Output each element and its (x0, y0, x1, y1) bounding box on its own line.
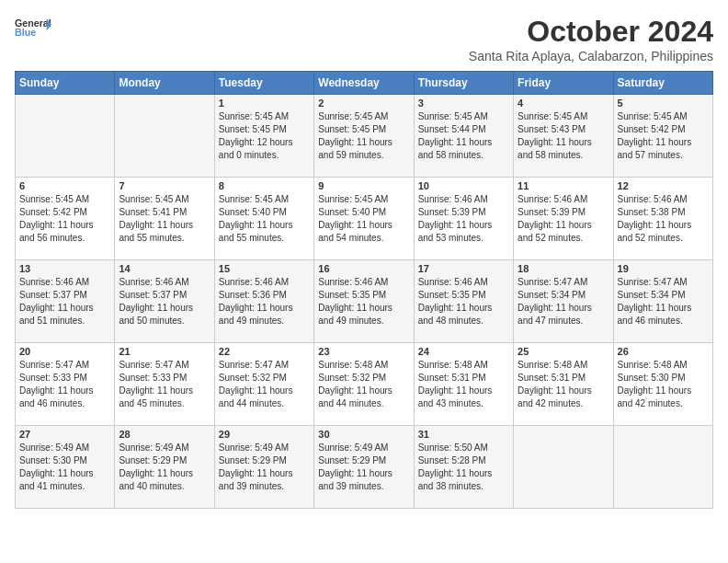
calendar-cell: 6Sunrise: 5:45 AM Sunset: 5:42 PM Daylig… (16, 178, 115, 260)
col-header-thursday: Thursday (414, 72, 513, 95)
day-number: 22 (219, 346, 310, 357)
col-header-friday: Friday (514, 72, 613, 95)
calendar-cell (16, 95, 115, 178)
day-number: 20 (19, 346, 110, 357)
day-info: Sunrise: 5:49 AM Sunset: 5:29 PM Dayligh… (318, 442, 409, 493)
day-info: Sunrise: 5:46 AM Sunset: 5:39 PM Dayligh… (418, 193, 509, 245)
calendar-cell: 17Sunrise: 5:46 AM Sunset: 5:35 PM Dayli… (414, 260, 513, 343)
calendar-table: SundayMondayTuesdayWednesdayThursdayFrid… (15, 71, 713, 509)
calendar-cell: 9Sunrise: 5:45 AM Sunset: 5:40 PM Daylig… (314, 178, 414, 260)
svg-text:Blue: Blue (15, 27, 36, 38)
col-header-saturday: Saturday (613, 72, 712, 95)
day-info: Sunrise: 5:49 AM Sunset: 5:30 PM Dayligh… (19, 442, 110, 493)
day-number: 30 (318, 429, 409, 440)
day-info: Sunrise: 5:45 AM Sunset: 5:45 PM Dayligh… (219, 110, 310, 162)
month-title: October 2024 (469, 15, 713, 49)
calendar-cell: 11Sunrise: 5:46 AM Sunset: 5:39 PM Dayli… (514, 178, 613, 260)
day-number: 6 (19, 180, 110, 191)
day-number: 9 (318, 180, 409, 191)
calendar-cell: 14Sunrise: 5:46 AM Sunset: 5:37 PM Dayli… (115, 260, 214, 343)
day-info: Sunrise: 5:48 AM Sunset: 5:32 PM Dayligh… (318, 359, 409, 410)
day-number: 10 (418, 180, 509, 191)
calendar-cell: 25Sunrise: 5:48 AM Sunset: 5:31 PM Dayli… (514, 343, 613, 426)
day-info: Sunrise: 5:47 AM Sunset: 5:34 PM Dayligh… (618, 276, 709, 327)
day-info: Sunrise: 5:45 AM Sunset: 5:45 PM Dayligh… (318, 110, 409, 162)
day-info: Sunrise: 5:45 AM Sunset: 5:42 PM Dayligh… (618, 110, 709, 162)
day-number: 24 (418, 346, 509, 357)
col-header-monday: Monday (115, 72, 214, 95)
day-info: Sunrise: 5:45 AM Sunset: 5:41 PM Dayligh… (119, 193, 210, 245)
calendar-cell: 30Sunrise: 5:49 AM Sunset: 5:29 PM Dayli… (314, 426, 414, 509)
day-info: Sunrise: 5:48 AM Sunset: 5:31 PM Dayligh… (518, 359, 609, 410)
calendar-week-row: 1Sunrise: 5:45 AM Sunset: 5:45 PM Daylig… (16, 95, 713, 178)
day-info: Sunrise: 5:45 AM Sunset: 5:40 PM Dayligh… (219, 193, 310, 245)
calendar-cell: 29Sunrise: 5:49 AM Sunset: 5:29 PM Dayli… (214, 426, 313, 509)
day-number: 1 (219, 98, 310, 109)
day-info: Sunrise: 5:45 AM Sunset: 5:42 PM Dayligh… (19, 193, 110, 245)
calendar-cell: 24Sunrise: 5:48 AM Sunset: 5:31 PM Dayli… (414, 343, 513, 426)
col-header-wednesday: Wednesday (314, 72, 414, 95)
day-number: 15 (219, 263, 310, 274)
day-info: Sunrise: 5:46 AM Sunset: 5:37 PM Dayligh… (119, 276, 210, 327)
day-info: Sunrise: 5:47 AM Sunset: 5:34 PM Dayligh… (518, 276, 609, 327)
calendar-cell: 2Sunrise: 5:45 AM Sunset: 5:45 PM Daylig… (314, 95, 414, 178)
day-info: Sunrise: 5:46 AM Sunset: 5:35 PM Dayligh… (418, 276, 509, 327)
calendar-cell: 16Sunrise: 5:46 AM Sunset: 5:35 PM Dayli… (314, 260, 414, 343)
day-number: 26 (618, 346, 709, 357)
day-info: Sunrise: 5:48 AM Sunset: 5:31 PM Dayligh… (418, 359, 509, 410)
day-info: Sunrise: 5:46 AM Sunset: 5:39 PM Dayligh… (518, 193, 609, 245)
calendar-cell: 13Sunrise: 5:46 AM Sunset: 5:37 PM Dayli… (16, 260, 115, 343)
calendar-cell: 4Sunrise: 5:45 AM Sunset: 5:43 PM Daylig… (514, 95, 613, 178)
calendar-cell: 31Sunrise: 5:50 AM Sunset: 5:28 PM Dayli… (414, 426, 513, 509)
calendar-cell: 19Sunrise: 5:47 AM Sunset: 5:34 PM Dayli… (613, 260, 712, 343)
day-info: Sunrise: 5:49 AM Sunset: 5:29 PM Dayligh… (219, 442, 310, 493)
day-number: 12 (618, 180, 709, 191)
calendar-cell: 8Sunrise: 5:45 AM Sunset: 5:40 PM Daylig… (214, 178, 313, 260)
day-info: Sunrise: 5:45 AM Sunset: 5:44 PM Dayligh… (418, 110, 509, 162)
day-number: 19 (618, 263, 709, 274)
calendar-cell: 22Sunrise: 5:47 AM Sunset: 5:32 PM Dayli… (214, 343, 313, 426)
location-subtitle: Santa Rita Aplaya, Calabarzon, Philippin… (469, 49, 713, 63)
calendar-cell: 20Sunrise: 5:47 AM Sunset: 5:33 PM Dayli… (16, 343, 115, 426)
day-number: 21 (119, 346, 210, 357)
col-header-sunday: Sunday (16, 72, 115, 95)
day-number: 28 (119, 429, 210, 440)
day-info: Sunrise: 5:49 AM Sunset: 5:29 PM Dayligh… (119, 442, 210, 493)
day-number: 27 (19, 429, 110, 440)
day-number: 17 (418, 263, 509, 274)
calendar-week-row: 27Sunrise: 5:49 AM Sunset: 5:30 PM Dayli… (16, 426, 713, 509)
calendar-week-row: 13Sunrise: 5:46 AM Sunset: 5:37 PM Dayli… (16, 260, 713, 343)
calendar-cell: 23Sunrise: 5:48 AM Sunset: 5:32 PM Dayli… (314, 343, 414, 426)
day-info: Sunrise: 5:46 AM Sunset: 5:37 PM Dayligh… (19, 276, 110, 327)
day-number: 4 (518, 98, 609, 109)
day-number: 25 (518, 346, 609, 357)
day-number: 18 (518, 263, 609, 274)
day-info: Sunrise: 5:45 AM Sunset: 5:43 PM Dayligh… (518, 110, 609, 162)
calendar-cell: 26Sunrise: 5:48 AM Sunset: 5:30 PM Dayli… (613, 343, 712, 426)
calendar-cell: 12Sunrise: 5:46 AM Sunset: 5:38 PM Dayli… (613, 178, 712, 260)
logo: General Blue (15, 15, 51, 40)
calendar-cell: 3Sunrise: 5:45 AM Sunset: 5:44 PM Daylig… (414, 95, 513, 178)
calendar-week-row: 6Sunrise: 5:45 AM Sunset: 5:42 PM Daylig… (16, 178, 713, 260)
day-info: Sunrise: 5:46 AM Sunset: 5:35 PM Dayligh… (318, 276, 409, 327)
day-number: 8 (219, 180, 310, 191)
calendar-cell: 21Sunrise: 5:47 AM Sunset: 5:33 PM Dayli… (115, 343, 214, 426)
calendar-cell: 27Sunrise: 5:49 AM Sunset: 5:30 PM Dayli… (16, 426, 115, 509)
col-header-tuesday: Tuesday (214, 72, 313, 95)
day-info: Sunrise: 5:46 AM Sunset: 5:36 PM Dayligh… (219, 276, 310, 327)
calendar-header-row: SundayMondayTuesdayWednesdayThursdayFrid… (16, 72, 713, 95)
calendar-cell (613, 426, 712, 509)
day-info: Sunrise: 5:46 AM Sunset: 5:38 PM Dayligh… (618, 193, 709, 245)
day-info: Sunrise: 5:47 AM Sunset: 5:33 PM Dayligh… (119, 359, 210, 410)
day-number: 16 (318, 263, 409, 274)
day-number: 14 (119, 263, 210, 274)
day-info: Sunrise: 5:47 AM Sunset: 5:32 PM Dayligh… (219, 359, 310, 410)
day-info: Sunrise: 5:50 AM Sunset: 5:28 PM Dayligh… (418, 442, 509, 493)
calendar-cell: 10Sunrise: 5:46 AM Sunset: 5:39 PM Dayli… (414, 178, 513, 260)
day-info: Sunrise: 5:45 AM Sunset: 5:40 PM Dayligh… (318, 193, 409, 245)
calendar-cell (514, 426, 613, 509)
logo-icon: General Blue (15, 15, 51, 40)
calendar-cell: 15Sunrise: 5:46 AM Sunset: 5:36 PM Dayli… (214, 260, 313, 343)
title-block: October 2024 Santa Rita Aplaya, Calabarz… (469, 15, 713, 63)
calendar-cell: 5Sunrise: 5:45 AM Sunset: 5:42 PM Daylig… (613, 95, 712, 178)
